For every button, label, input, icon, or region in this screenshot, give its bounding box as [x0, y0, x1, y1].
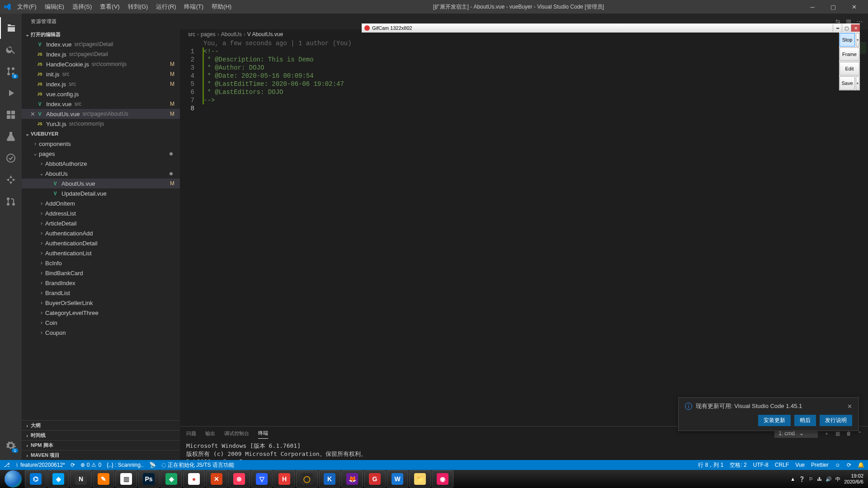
feedback-icon[interactable]: ☺: [835, 462, 840, 468]
taskbar-app[interactable]: 📁: [409, 470, 431, 488]
debug-icon[interactable]: [0, 82, 22, 104]
liveshare-icon[interactable]: [0, 169, 22, 191]
notification-action[interactable]: 稍后: [794, 415, 816, 426]
tray-volume-icon[interactable]: 🔊: [826, 476, 832, 482]
folder-item[interactable]: ›BuyerOrSellerLink: [22, 298, 180, 308]
taskbar-app[interactable]: ⌬: [25, 470, 47, 488]
split-terminal-icon[interactable]: ▥: [835, 431, 840, 436]
taskbar-app[interactable]: W: [387, 470, 408, 488]
taskbar-app[interactable]: ✕: [206, 470, 227, 488]
breadcrumb-item[interactable]: pages: [201, 31, 216, 38]
scanning[interactable]: {..} : Scanning..: [107, 462, 143, 468]
scm-icon[interactable]: 8: [0, 61, 22, 82]
gifcam-close[interactable]: ✕: [851, 24, 860, 32]
folder-item[interactable]: ›AuthenticationAdd: [22, 228, 180, 238]
panel-tab[interactable]: 终端: [258, 428, 268, 439]
docker-icon[interactable]: [0, 147, 22, 169]
kill-terminal-icon[interactable]: 🗑: [846, 431, 851, 436]
code-line[interactable]: * @Author: DOJO: [203, 64, 868, 72]
section-header[interactable]: ›MAVEN 项目: [22, 450, 180, 460]
folder-item[interactable]: ›AddressList: [22, 208, 180, 218]
file-item[interactable]: VUpdateDetail.vue: [22, 188, 180, 198]
folder-item[interactable]: ⌄AboutUs: [22, 169, 180, 178]
panel-tab[interactable]: 调试控制台: [224, 428, 249, 439]
tray-help-icon[interactable]: ❔: [799, 476, 805, 482]
folder-item[interactable]: ›CategoryLevelThree: [22, 308, 180, 318]
folder-item[interactable]: ›AuthenticationDetail: [22, 238, 180, 248]
folder-item[interactable]: ›BrandList: [22, 288, 180, 298]
tray-up-icon[interactable]: ▲: [790, 476, 795, 482]
tray-shield-icon[interactable]: ⚐: [809, 476, 813, 482]
folder-item[interactable]: ›Coupon: [22, 328, 180, 338]
breadcrumb-item[interactable]: V AboutUs.vue: [247, 31, 283, 38]
menu-item[interactable]: 文件(F): [14, 0, 40, 14]
project-header[interactable]: ⌄VUEBUYER: [22, 129, 180, 139]
extensions-icon[interactable]: [0, 104, 22, 126]
init-progress[interactable]: ◌ 正在初始化 JS/TS 语言功能: [161, 461, 234, 469]
tray-clock[interactable]: 19:02 2020/6/6: [844, 473, 863, 485]
folder-item[interactable]: ›AuthenticationList: [22, 248, 180, 258]
gifcam-stop-button[interactable]: Stop: [840, 33, 855, 47]
statusbar-item[interactable]: Vue: [795, 462, 805, 468]
open-editor-item[interactable]: JSHandleCookie.jssrc\common\jsM: [22, 59, 180, 69]
code-line[interactable]: * @LastEditTime: 2020-06-06 19:02:47: [203, 80, 868, 88]
gifcam-frame-button[interactable]: Frame: [840, 47, 859, 61]
open-editor-item[interactable]: JSIndex.jssrc\pages\Detail: [22, 49, 180, 59]
gifcam-edit-button[interactable]: Edit: [840, 62, 859, 75]
code-line[interactable]: * @LastEditors: DOJO: [203, 88, 868, 96]
folder-item[interactable]: ›AddOnItem: [22, 198, 180, 208]
menu-item[interactable]: 编辑(E): [41, 0, 68, 14]
taskbar-app[interactable]: G: [364, 470, 386, 488]
git-sync[interactable]: ⟳: [71, 462, 75, 468]
panel-tab[interactable]: 输出: [205, 428, 215, 439]
section-header[interactable]: ›时间线: [22, 430, 180, 440]
gifcam-titlebar[interactable]: GifCam 1322x802 ━ ▢ ✕: [362, 23, 860, 33]
open-editor-item[interactable]: VIndex.vuesrcM: [22, 99, 180, 109]
statusbar-item[interactable]: 行 8，列 1: [698, 461, 723, 469]
maximize-panel-icon[interactable]: ⌃: [858, 431, 862, 436]
problems[interactable]: ⊗ 0 ⚠ 0: [80, 462, 101, 468]
taskbar-app[interactable]: ◆: [47, 470, 69, 488]
terminal-body[interactable]: Microsoft Windows [版本 6.1.7601]版权所有 (c) …: [180, 440, 868, 460]
taskbar-app[interactable]: ●: [183, 470, 205, 488]
taskbar-app[interactable]: ▽: [251, 470, 273, 488]
folder-item[interactable]: ›BrandIndex: [22, 278, 180, 288]
open-editor-item[interactable]: JSindex.jssrcM: [22, 79, 180, 89]
code-line[interactable]: <!--: [203, 47, 868, 56]
sync-settings-icon[interactable]: ⟳: [847, 462, 851, 468]
notification-action[interactable]: 安装更新: [758, 415, 791, 426]
taskbar-app[interactable]: N: [70, 470, 92, 488]
code-line[interactable]: [203, 104, 868, 113]
start-orb[interactable]: [5, 470, 22, 488]
maximize-button[interactable]: ▢: [823, 0, 844, 14]
taskbar-app[interactable]: ✎: [93, 470, 114, 488]
folder-item[interactable]: ›AbbottAuthorize: [22, 159, 180, 169]
menu-item[interactable]: 终端(T): [180, 0, 207, 14]
search-icon[interactable]: [0, 39, 22, 61]
gifcam-save-dropdown[interactable]: ▾: [856, 76, 859, 90]
taskbar-app[interactable]: H: [274, 470, 295, 488]
breadcrumb-item[interactable]: AboutUs: [221, 31, 242, 38]
gifcam-maximize[interactable]: ▢: [842, 24, 851, 32]
open-editor-item[interactable]: VIndex.vuesrc\pages\Detail: [22, 39, 180, 49]
open-editors-header[interactable]: ⌄打开的编辑器: [22, 29, 180, 39]
statusbar-item[interactable]: 空格: 2: [730, 461, 746, 469]
open-editor-item[interactable]: ✕VAboutUs.vuesrc\pages\AboutUsM: [22, 109, 180, 119]
menu-item[interactable]: 转到(G): [124, 0, 152, 14]
close-icon[interactable]: ✕: [29, 111, 36, 117]
code-line[interactable]: * @Description: This is Demo: [203, 56, 868, 64]
tray-lang-icon[interactable]: 中: [835, 476, 840, 483]
folder-item[interactable]: ⌄pages: [22, 149, 180, 159]
folder-item[interactable]: ›ArticleDetail: [22, 218, 180, 228]
code-editor[interactable]: 12345678 You, a few seconds ago | 1 auth…: [180, 39, 868, 426]
open-editor-item[interactable]: JSinit.jssrcM: [22, 69, 180, 79]
taskbar-app[interactable]: ▥: [115, 470, 137, 488]
section-header[interactable]: ›大纲: [22, 420, 180, 430]
taskbar-app[interactable]: 🦊: [341, 470, 363, 488]
settings-icon[interactable]: 1: [0, 435, 22, 456]
taskbar-app[interactable]: ◆: [160, 470, 182, 488]
menu-item[interactable]: 选择(S): [69, 0, 95, 14]
code-line[interactable]: -->: [203, 96, 868, 104]
git-pr-icon[interactable]: [0, 191, 22, 212]
menu-item[interactable]: 运行(R): [152, 0, 179, 14]
